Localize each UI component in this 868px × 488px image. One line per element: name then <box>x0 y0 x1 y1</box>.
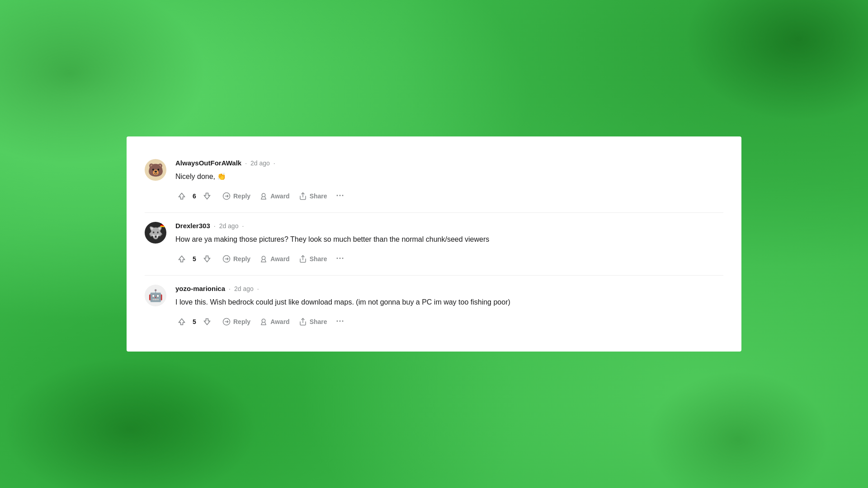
svg-point-1 <box>262 193 265 197</box>
comment-text: Nicely done, 👏 <box>175 171 723 182</box>
svg-point-4 <box>262 256 265 260</box>
reply-label: Reply <box>233 192 250 200</box>
more-button[interactable]: ··· <box>333 188 348 203</box>
more-button[interactable]: ··· <box>333 314 348 329</box>
vote-count: 6 <box>191 192 198 200</box>
share-button[interactable]: Share <box>295 315 331 328</box>
timestamp: 2d ago <box>219 222 239 230</box>
reply-icon <box>222 318 231 326</box>
avatar-emoji: 🤖 <box>148 289 163 303</box>
share-label: Share <box>310 255 327 263</box>
upvote-icon <box>177 317 186 326</box>
downvote-button[interactable] <box>201 253 213 265</box>
reply-button[interactable]: Reply <box>219 252 254 266</box>
separator-dot: · <box>245 160 247 167</box>
comment-body: yozo-marionica · 2d ago · I love this. W… <box>175 285 723 329</box>
comment-header: AlwaysOutForAWalk · 2d ago · <box>175 159 723 167</box>
comment-row: 🤖 yozo-marionica · 2d ago · I love this.… <box>145 276 723 338</box>
award-label: Award <box>270 318 290 325</box>
more-button[interactable]: ··· <box>333 251 348 266</box>
vote-count: 5 <box>191 318 198 325</box>
downvote-button[interactable] <box>201 315 213 328</box>
separator-dot-2: · <box>274 160 275 167</box>
award-button[interactable]: Award <box>256 315 293 328</box>
avatar: 🐺 🇩🇪 <box>145 222 166 244</box>
downvote-button[interactable] <box>201 190 213 202</box>
award-icon <box>259 318 268 326</box>
reply-button[interactable]: Reply <box>219 315 254 328</box>
upvote-button[interactable] <box>175 315 188 328</box>
timestamp: 2d ago <box>250 160 270 167</box>
share-label: Share <box>310 318 327 325</box>
award-label: Award <box>270 255 290 263</box>
username: yozo-marionica <box>175 285 225 292</box>
reply-icon <box>222 192 231 200</box>
vote-section: 5 <box>175 315 213 328</box>
timestamp: 2d ago <box>234 285 254 292</box>
username: AlwaysOutForAWalk <box>175 159 241 167</box>
comments-card: 🐻 AlwaysOutForAWalk · 2d ago · Nicely do… <box>127 136 741 352</box>
comment-row: 🐻 AlwaysOutForAWalk · 2d ago · Nicely do… <box>145 150 723 213</box>
vote-count: 5 <box>191 255 198 263</box>
downvote-icon <box>203 254 212 263</box>
svg-point-7 <box>262 319 265 323</box>
comment-text: How are ya making those pictures? They l… <box>175 234 723 245</box>
vote-section: 6 <box>175 190 213 202</box>
vote-section: 5 <box>175 253 213 265</box>
comment-header: Drexler303 · 2d ago · <box>175 222 723 230</box>
avatar: 🤖 <box>145 285 166 306</box>
separator-dot: · <box>214 222 216 230</box>
upvote-button[interactable] <box>175 253 188 265</box>
upvote-button[interactable] <box>175 190 188 202</box>
award-button[interactable]: Award <box>256 252 293 266</box>
comment-text: I love this. Wish bedrock could just lik… <box>175 297 723 308</box>
reply-icon <box>222 255 231 263</box>
avatar-emoji: 🐺 <box>148 226 163 240</box>
comment-body: AlwaysOutForAWalk · 2d ago · Nicely done… <box>175 159 723 203</box>
avatar-emoji: 🐻 <box>148 163 164 178</box>
comment-actions: 5 Reply <box>175 251 723 266</box>
separator-dot-2: · <box>257 285 259 292</box>
downvote-icon <box>203 192 212 201</box>
award-icon <box>259 255 268 263</box>
separator-dot: · <box>229 285 231 292</box>
share-button[interactable]: Share <box>295 189 331 203</box>
reply-button[interactable]: Reply <box>219 189 254 203</box>
award-button[interactable]: Award <box>256 189 293 203</box>
share-button[interactable]: Share <box>295 252 331 266</box>
share-icon <box>299 255 307 263</box>
share-icon <box>299 192 307 200</box>
reply-label: Reply <box>233 318 250 325</box>
award-icon <box>259 192 268 200</box>
upvote-icon <box>177 254 186 263</box>
avatar: 🐻 <box>145 159 166 181</box>
downvote-icon <box>203 317 212 326</box>
reply-label: Reply <box>233 255 250 263</box>
comment-row: 🐺 🇩🇪 Drexler303 · 2d ago · How are ya ma… <box>145 213 723 276</box>
separator-dot-2: · <box>242 222 244 230</box>
upvote-icon <box>177 192 186 201</box>
comment-header: yozo-marionica · 2d ago · <box>175 285 723 292</box>
award-label: Award <box>270 192 290 200</box>
flag-icon: 🇩🇪 <box>160 223 165 228</box>
comment-actions: 5 Reply <box>175 314 723 329</box>
comment-body: Drexler303 · 2d ago · How are ya making … <box>175 222 723 266</box>
comment-actions: 6 Reply <box>175 188 723 203</box>
username: Drexler303 <box>175 222 210 230</box>
share-label: Share <box>310 192 327 200</box>
share-icon <box>299 318 307 326</box>
